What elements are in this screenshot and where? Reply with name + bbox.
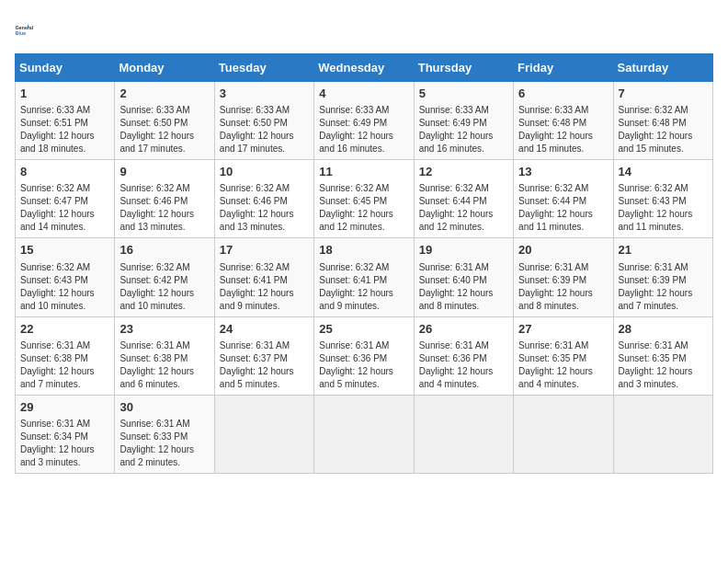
day-info: Sunrise: 6:31 AM Sunset: 6:37 PM Dayligh… bbox=[220, 339, 309, 391]
header-day-wednesday: Wednesday bbox=[314, 54, 414, 82]
day-info: Sunrise: 6:31 AM Sunset: 6:35 PM Dayligh… bbox=[619, 339, 708, 391]
day-info: Sunrise: 6:32 AM Sunset: 6:45 PM Dayligh… bbox=[319, 182, 408, 234]
calendar-cell: 28Sunrise: 6:31 AM Sunset: 6:35 PM Dayli… bbox=[613, 316, 712, 395]
calendar-body: 1Sunrise: 6:33 AM Sunset: 6:51 PM Daylig… bbox=[16, 82, 713, 474]
logo: General Blue bbox=[15, 15, 44, 44]
day-number: 27 bbox=[518, 321, 608, 338]
day-number: 25 bbox=[319, 321, 408, 338]
day-info: Sunrise: 6:31 AM Sunset: 6:38 PM Dayligh… bbox=[20, 339, 109, 391]
day-info: Sunrise: 6:32 AM Sunset: 6:41 PM Dayligh… bbox=[220, 261, 309, 313]
calendar-cell: 15Sunrise: 6:32 AM Sunset: 6:43 PM Dayli… bbox=[16, 238, 115, 316]
calendar-cell: 6Sunrise: 6:33 AM Sunset: 6:48 PM Daylig… bbox=[514, 82, 613, 160]
calendar-cell: 5Sunrise: 6:33 AM Sunset: 6:49 PM Daylig… bbox=[414, 82, 513, 160]
calendar-cell: 11Sunrise: 6:32 AM Sunset: 6:45 PM Dayli… bbox=[314, 160, 414, 238]
calendar-cell: 8Sunrise: 6:32 AM Sunset: 6:47 PM Daylig… bbox=[16, 160, 115, 238]
calendar-cell: 18Sunrise: 6:32 AM Sunset: 6:41 PM Dayli… bbox=[314, 238, 414, 316]
calendar-cell: 27Sunrise: 6:31 AM Sunset: 6:35 PM Dayli… bbox=[514, 316, 613, 395]
day-number: 26 bbox=[419, 321, 508, 338]
day-info: Sunrise: 6:31 AM Sunset: 6:36 PM Dayligh… bbox=[419, 339, 508, 391]
day-info: Sunrise: 6:33 AM Sunset: 6:48 PM Dayligh… bbox=[518, 104, 608, 155]
day-info: Sunrise: 6:31 AM Sunset: 6:33 PM Dayligh… bbox=[119, 418, 209, 469]
day-info: Sunrise: 6:33 AM Sunset: 6:50 PM Dayligh… bbox=[220, 104, 309, 155]
calendar-cell: 4Sunrise: 6:33 AM Sunset: 6:49 PM Daylig… bbox=[314, 82, 414, 160]
header-day-saturday: Saturday bbox=[613, 54, 712, 82]
day-info: Sunrise: 6:32 AM Sunset: 6:42 PM Dayligh… bbox=[119, 261, 209, 313]
day-number: 15 bbox=[20, 242, 109, 259]
calendar-cell: 26Sunrise: 6:31 AM Sunset: 6:36 PM Dayli… bbox=[414, 316, 513, 395]
calendar-cell: 3Sunrise: 6:33 AM Sunset: 6:50 PM Daylig… bbox=[214, 82, 313, 160]
day-number: 9 bbox=[119, 164, 209, 180]
day-info: Sunrise: 6:31 AM Sunset: 6:39 PM Dayligh… bbox=[619, 261, 708, 313]
day-number: 11 bbox=[319, 164, 408, 180]
day-info: Sunrise: 6:33 AM Sunset: 6:50 PM Dayligh… bbox=[119, 104, 209, 155]
day-number: 30 bbox=[119, 399, 209, 416]
day-info: Sunrise: 6:32 AM Sunset: 6:47 PM Dayligh… bbox=[20, 182, 109, 234]
day-info: Sunrise: 6:32 AM Sunset: 6:44 PM Dayligh… bbox=[518, 182, 608, 234]
calendar-cell: 1Sunrise: 6:33 AM Sunset: 6:51 PM Daylig… bbox=[16, 82, 115, 160]
day-info: Sunrise: 6:32 AM Sunset: 6:41 PM Dayligh… bbox=[319, 261, 408, 313]
calendar-cell bbox=[514, 395, 613, 473]
calendar-cell: 13Sunrise: 6:32 AM Sunset: 6:44 PM Dayli… bbox=[514, 160, 613, 238]
day-info: Sunrise: 6:31 AM Sunset: 6:38 PM Dayligh… bbox=[119, 339, 209, 391]
day-number: 4 bbox=[319, 86, 408, 102]
calendar-cell: 29Sunrise: 6:31 AM Sunset: 6:34 PM Dayli… bbox=[16, 395, 115, 473]
day-number: 13 bbox=[518, 164, 608, 180]
day-number: 6 bbox=[518, 86, 608, 102]
day-number: 29 bbox=[20, 399, 109, 416]
calendar-week-1: 1Sunrise: 6:33 AM Sunset: 6:51 PM Daylig… bbox=[16, 82, 713, 160]
day-info: Sunrise: 6:33 AM Sunset: 6:49 PM Dayligh… bbox=[419, 104, 508, 155]
header-day-thursday: Thursday bbox=[414, 54, 513, 82]
calendar-cell: 2Sunrise: 6:33 AM Sunset: 6:50 PM Daylig… bbox=[115, 82, 214, 160]
calendar-cell: 21Sunrise: 6:31 AM Sunset: 6:39 PM Dayli… bbox=[613, 238, 712, 316]
calendar-table: SundayMondayTuesdayWednesdayThursdayFrid… bbox=[15, 53, 713, 474]
day-info: Sunrise: 6:33 AM Sunset: 6:49 PM Dayligh… bbox=[319, 104, 408, 155]
calendar-cell bbox=[414, 395, 513, 473]
calendar-cell: 10Sunrise: 6:32 AM Sunset: 6:46 PM Dayli… bbox=[214, 160, 313, 238]
day-number: 14 bbox=[619, 164, 708, 180]
day-number: 7 bbox=[619, 86, 708, 102]
day-info: Sunrise: 6:31 AM Sunset: 6:40 PM Dayligh… bbox=[419, 261, 508, 313]
calendar-cell: 24Sunrise: 6:31 AM Sunset: 6:37 PM Dayli… bbox=[214, 316, 313, 395]
day-number: 19 bbox=[419, 242, 508, 259]
header-day-sunday: Sunday bbox=[16, 54, 115, 82]
day-number: 24 bbox=[220, 321, 309, 338]
calendar-week-5: 29Sunrise: 6:31 AM Sunset: 6:34 PM Dayli… bbox=[16, 395, 713, 473]
day-info: Sunrise: 6:31 AM Sunset: 6:36 PM Dayligh… bbox=[319, 339, 408, 391]
calendar-cell: 19Sunrise: 6:31 AM Sunset: 6:40 PM Dayli… bbox=[414, 238, 513, 316]
header-day-friday: Friday bbox=[514, 54, 613, 82]
day-info: Sunrise: 6:32 AM Sunset: 6:43 PM Dayligh… bbox=[20, 261, 109, 313]
day-number: 18 bbox=[319, 242, 408, 259]
day-info: Sunrise: 6:32 AM Sunset: 6:46 PM Dayligh… bbox=[119, 182, 209, 234]
day-info: Sunrise: 6:31 AM Sunset: 6:35 PM Dayligh… bbox=[518, 339, 608, 391]
calendar-cell: 7Sunrise: 6:32 AM Sunset: 6:48 PM Daylig… bbox=[613, 82, 712, 160]
calendar-cell: 25Sunrise: 6:31 AM Sunset: 6:36 PM Dayli… bbox=[314, 316, 414, 395]
calendar-cell: 22Sunrise: 6:31 AM Sunset: 6:38 PM Dayli… bbox=[16, 316, 115, 395]
calendar-week-3: 15Sunrise: 6:32 AM Sunset: 6:43 PM Dayli… bbox=[16, 238, 713, 316]
day-info: Sunrise: 6:31 AM Sunset: 6:34 PM Dayligh… bbox=[20, 418, 109, 469]
day-number: 17 bbox=[220, 242, 309, 259]
day-info: Sunrise: 6:33 AM Sunset: 6:51 PM Dayligh… bbox=[20, 104, 109, 155]
logo-icon: General Blue bbox=[15, 15, 44, 44]
calendar-cell: 14Sunrise: 6:32 AM Sunset: 6:43 PM Dayli… bbox=[613, 160, 712, 238]
day-number: 3 bbox=[220, 86, 309, 102]
calendar-cell: 12Sunrise: 6:32 AM Sunset: 6:44 PM Dayli… bbox=[414, 160, 513, 238]
calendar-cell: 17Sunrise: 6:32 AM Sunset: 6:41 PM Dayli… bbox=[214, 238, 313, 316]
header-row: SundayMondayTuesdayWednesdayThursdayFrid… bbox=[16, 54, 713, 82]
day-number: 12 bbox=[419, 164, 508, 180]
calendar-cell: 30Sunrise: 6:31 AM Sunset: 6:33 PM Dayli… bbox=[115, 395, 214, 473]
calendar-cell bbox=[314, 395, 414, 473]
calendar-week-4: 22Sunrise: 6:31 AM Sunset: 6:38 PM Dayli… bbox=[16, 316, 713, 395]
day-number: 5 bbox=[419, 86, 508, 102]
day-number: 16 bbox=[119, 242, 209, 259]
svg-text:Blue: Blue bbox=[16, 30, 26, 36]
calendar-cell: 9Sunrise: 6:32 AM Sunset: 6:46 PM Daylig… bbox=[115, 160, 214, 238]
svg-text:General: General bbox=[16, 25, 34, 30]
day-number: 8 bbox=[20, 164, 109, 180]
calendar-cell bbox=[214, 395, 313, 473]
day-info: Sunrise: 6:32 AM Sunset: 6:48 PM Dayligh… bbox=[619, 104, 708, 155]
header-day-tuesday: Tuesday bbox=[214, 54, 313, 82]
calendar-header: SundayMondayTuesdayWednesdayThursdayFrid… bbox=[16, 54, 713, 82]
page-header: General Blue bbox=[15, 15, 713, 44]
day-number: 21 bbox=[619, 242, 708, 259]
calendar-week-2: 8Sunrise: 6:32 AM Sunset: 6:47 PM Daylig… bbox=[16, 160, 713, 238]
